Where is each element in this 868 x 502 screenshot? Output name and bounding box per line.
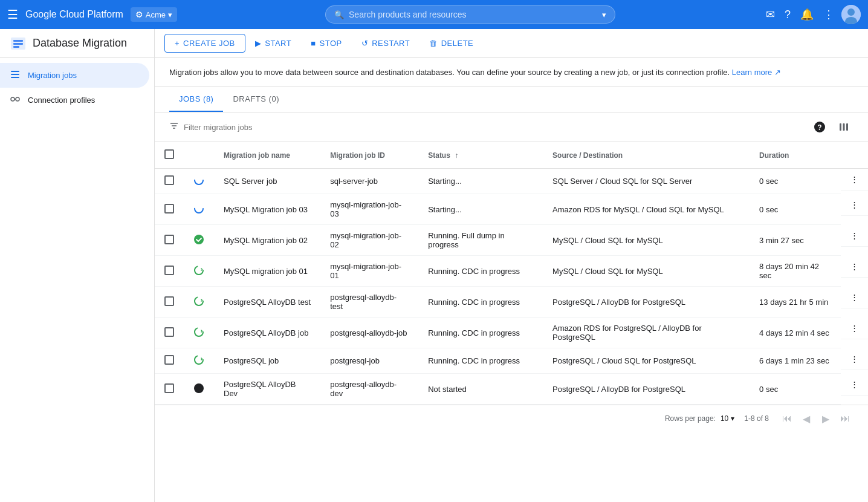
first-page-button[interactable]: ⏮ <box>779 410 795 427</box>
job-name-cell[interactable]: PostgreSQL job <box>214 348 320 374</box>
next-page-button[interactable]: ▶ <box>817 410 834 427</box>
job-status-cell: Running. CDC in progress <box>418 287 543 318</box>
page-range: 1-8 of 8 <box>744 414 769 423</box>
job-duration-cell: 0 sec <box>750 374 841 405</box>
last-page-button[interactable]: ⏭ <box>837 410 853 427</box>
job-actions-cell[interactable]: ⋮ <box>841 225 868 247</box>
th-checkbox <box>155 142 184 169</box>
job-source-dest-cell: MySQL / Cloud SQL for MySQL <box>543 256 750 287</box>
job-duration-cell: 4 days 12 min 4 sec <box>750 318 841 348</box>
table-row: PostgreSQL AlloyDB jobpostgresql-alloydb… <box>155 318 868 348</box>
row-checkbox[interactable] <box>164 327 174 337</box>
job-name-cell[interactable]: MySQL migration job 01 <box>214 256 320 287</box>
status-icon-cell <box>184 287 214 318</box>
svg-point-22 <box>195 204 203 213</box>
migration-jobs-table: Migration job name Migration job ID Stat… <box>155 142 868 405</box>
row-checkbox[interactable] <box>164 296 174 306</box>
row-checkbox[interactable] <box>164 175 174 185</box>
sidebar-item-migration-jobs[interactable]: Migration jobs <box>0 63 149 88</box>
svg-point-11 <box>16 97 19 101</box>
job-duration-cell: 3 min 27 sec <box>750 225 841 256</box>
svg-point-28 <box>194 383 204 393</box>
project-dropdown-icon: ▾ <box>168 10 172 19</box>
tab-jobs[interactable]: JOBS (8) <box>169 87 223 112</box>
job-status-cell: Not started <box>418 374 543 405</box>
job-source-dest-cell: PostgreSQL / AlloyDB for PostgreSQL <box>543 374 750 405</box>
job-actions-cell[interactable]: ⋮ <box>841 194 868 216</box>
start-button[interactable]: ▶ START <box>245 34 301 53</box>
job-name-cell[interactable]: PostgreSQL AlloyDB Dev <box>214 374 320 405</box>
table-header-row: Migration job name Migration job ID Stat… <box>155 142 868 169</box>
avatar[interactable] <box>841 5 861 24</box>
search-bar[interactable]: 🔍 ▾ <box>325 5 615 24</box>
row-checkbox-cell <box>155 256 184 287</box>
job-duration-cell: 13 days 21 hr 5 min <box>750 287 841 318</box>
restart-button[interactable]: ↺ RESTART <box>352 34 419 53</box>
row-checkbox[interactable] <box>164 383 174 393</box>
stop-button[interactable]: ■ STOP <box>301 34 352 53</box>
nav-right: ✉ ? 🔔 ⋮ <box>763 5 861 24</box>
rows-per-page-select[interactable]: 10 ▾ <box>721 414 734 423</box>
job-source-dest-cell: Amazon RDS for PostgreSQL / AlloyDB for … <box>543 318 750 348</box>
nav-center: 🔍 ▾ <box>184 5 756 24</box>
job-name-cell[interactable]: MySQL Migration job 02 <box>214 225 320 256</box>
row-checkbox[interactable] <box>164 204 174 214</box>
job-actions-cell[interactable]: ⋮ <box>841 348 868 370</box>
th-status[interactable]: Status ↑ <box>418 142 543 169</box>
search-input[interactable] <box>349 10 597 19</box>
tab-drafts[interactable]: DRAFTS (0) <box>223 87 289 112</box>
toolbar-actions: ? <box>810 117 853 137</box>
job-actions-cell[interactable]: ⋮ <box>841 287 868 308</box>
not-started-icon <box>193 383 204 394</box>
more-vert-icon[interactable]: ⋮ <box>821 5 837 24</box>
search-dropdown-icon: ▾ <box>602 10 606 19</box>
job-actions-cell[interactable]: ⋮ <box>841 256 868 278</box>
hamburger-icon[interactable]: ☰ <box>7 7 18 22</box>
email-icon[interactable]: ✉ <box>763 5 777 24</box>
app-header-actions: + CREATE JOB ▶ START ■ STOP ↺ RESTART 🗑 … <box>155 34 868 53</box>
create-job-button[interactable]: + CREATE JOB <box>164 34 245 53</box>
prev-page-button[interactable]: ◀ <box>798 410 815 427</box>
row-checkbox[interactable] <box>164 266 174 275</box>
job-actions-cell[interactable]: ⋮ <box>841 169 868 191</box>
job-name-cell[interactable]: PostgreSQL AlloyDB test <box>214 287 320 318</box>
help-icon-btn[interactable]: ? <box>810 117 829 137</box>
th-id: Migration job ID <box>320 142 418 169</box>
starting-icon <box>193 175 204 186</box>
svg-rect-20 <box>846 123 848 131</box>
job-actions-cell[interactable]: ⋮ <box>841 374 868 396</box>
job-name-cell[interactable]: SQL Server job <box>214 169 320 194</box>
row-checkbox[interactable] <box>164 355 174 365</box>
job-name-cell[interactable]: PostgreSQL AlloyDB job <box>214 318 320 348</box>
notifications-icon[interactable]: 🔔 <box>798 5 816 24</box>
svg-rect-8 <box>11 74 19 75</box>
tabs-bar: JOBS (8) DRAFTS (0) <box>155 87 868 112</box>
filter-area <box>169 121 305 133</box>
filter-input[interactable] <box>184 123 305 132</box>
job-duration-cell: 0 sec <box>750 194 841 225</box>
svg-point-1 <box>847 8 855 16</box>
job-source-dest-cell: Amazon RDS for MySQL / Cloud SQL for MyS… <box>543 194 750 225</box>
delete-button[interactable]: 🗑 DELETE <box>419 34 483 53</box>
row-checkbox[interactable] <box>164 235 174 244</box>
job-source-dest-cell: PostgreSQL / Cloud SQL for PostgreSQL <box>543 348 750 374</box>
app-header: Database Migration + CREATE JOB ▶ START … <box>0 29 868 58</box>
select-all-checkbox[interactable] <box>164 149 174 159</box>
th-status-icon <box>184 142 214 169</box>
job-actions-cell[interactable]: ⋮ <box>841 318 868 339</box>
th-actions <box>841 142 868 169</box>
job-id-cell: mysql-migration-job-02 <box>320 225 418 256</box>
rows-per-page-value: 10 <box>721 414 728 423</box>
table-row: MySQL migration job 01mysql-migration-jo… <box>155 256 868 287</box>
status-icon-cell <box>184 169 214 194</box>
page-nav: ⏮ ◀ ▶ ⏭ <box>779 410 853 427</box>
row-checkbox-cell <box>155 169 184 194</box>
learn-more-link[interactable]: Learn more ↗ <box>732 68 781 77</box>
status-icon-cell <box>184 225 214 256</box>
sidebar-item-connection-profiles[interactable]: Connection profiles <box>0 88 149 112</box>
column-toggle-icon-btn[interactable] <box>834 117 853 137</box>
help-icon[interactable]: ? <box>782 6 793 24</box>
project-selector[interactable]: ⚙ Acme ▾ <box>131 7 177 22</box>
job-name-cell[interactable]: MySQL Migration job 03 <box>214 194 320 225</box>
starting-icon <box>193 203 204 214</box>
